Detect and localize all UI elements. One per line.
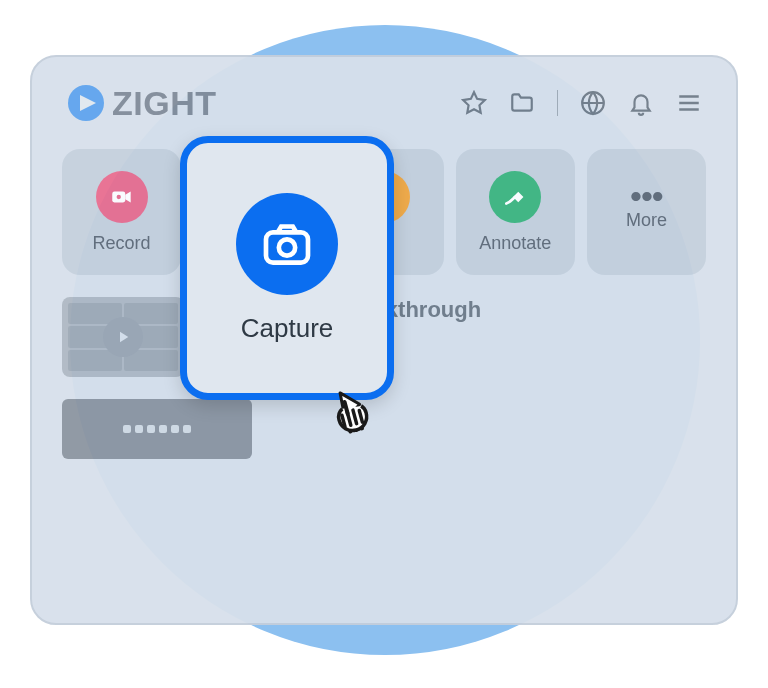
svg-point-6 (279, 239, 295, 255)
brand-name: ZIGHT (112, 84, 216, 123)
header-divider (557, 90, 558, 116)
bell-icon[interactable] (628, 90, 654, 116)
zight-logo-icon (66, 83, 106, 123)
svg-rect-5 (266, 232, 308, 262)
tile-annotate-label: Annotate (479, 233, 551, 254)
tile-more-label: More (626, 210, 667, 231)
tile-annotate[interactable]: Annotate (456, 149, 575, 275)
capture-popup-label: Capture (241, 313, 334, 344)
more-dots-icon: ••• (630, 193, 663, 200)
video-camera-icon (96, 171, 148, 223)
play-icon (103, 317, 143, 357)
secondary-thumbnail[interactable] (62, 399, 252, 459)
menu-icon[interactable] (676, 90, 702, 116)
pointer-cursor-icon (316, 376, 392, 452)
tile-record-label: Record (93, 233, 151, 254)
folder-icon[interactable] (509, 90, 535, 116)
brand-logo[interactable]: ZIGHT (66, 83, 216, 123)
capture-popup[interactable]: Capture (180, 136, 394, 400)
header: ZIGHT (32, 57, 736, 137)
globe-icon[interactable] (580, 90, 606, 116)
camera-icon (236, 193, 338, 295)
pencil-icon (489, 171, 541, 223)
svg-point-3 (116, 194, 120, 198)
tile-record[interactable]: Record (62, 149, 181, 275)
header-toolbar (461, 90, 702, 116)
video-thumbnail[interactable] (62, 297, 184, 377)
star-icon[interactable] (461, 90, 487, 116)
tile-more[interactable]: ••• More (587, 149, 706, 275)
